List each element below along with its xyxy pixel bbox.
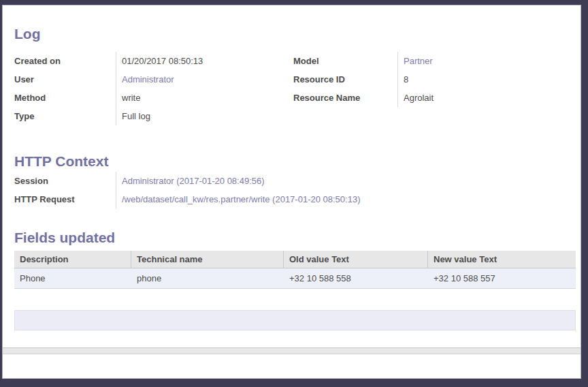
field-row-http-request: HTTP Request /web/dataset/call_kw/res.pa… bbox=[14, 190, 360, 208]
field-value-resource-id: 8 bbox=[398, 74, 408, 84]
log-fieldgroup-left: Created on 01/20/2017 08:50:13 User Admi… bbox=[14, 52, 203, 125]
screenshot-root: { "colors": { "background": "#3e3c55", "… bbox=[0, 0, 588, 387]
field-label-model: Model bbox=[293, 52, 398, 70]
section-title-fields-updated: Fields updated bbox=[14, 230, 115, 245]
field-row-resource-name: Resource Name Agrolait bbox=[293, 89, 434, 107]
section-title-log: Log bbox=[14, 27, 40, 42]
column-header-old-value[interactable]: Old value Text bbox=[284, 251, 428, 268]
column-header-technical-name[interactable]: Technical name bbox=[131, 251, 284, 268]
http-context-fieldgroup: Session Administrator (2017-01-20 08:49:… bbox=[14, 172, 360, 208]
field-row-user: User Administrator bbox=[14, 70, 203, 89]
field-label-http-request: HTTP Request bbox=[14, 190, 116, 208]
field-value-resource-name: Agrolait bbox=[398, 93, 434, 103]
field-label-resource-id: Resource ID bbox=[293, 70, 398, 89]
field-label-user: User bbox=[14, 70, 116, 89]
session-link[interactable]: Administrator (2017-01-20 08:49:56) bbox=[122, 176, 265, 186]
fields-updated-table: Description Technical name Old value Tex… bbox=[14, 251, 576, 289]
field-label-type: Type bbox=[14, 107, 116, 125]
section-title-http-context: HTTP Context bbox=[14, 154, 108, 169]
field-value-method: write bbox=[116, 93, 140, 103]
field-row-model: Model Partner bbox=[293, 52, 434, 70]
cell-new-value: +32 10 588 557 bbox=[428, 273, 576, 283]
column-header-new-value[interactable]: New value Text bbox=[428, 251, 576, 268]
field-label-created-on: Created on bbox=[14, 52, 116, 70]
cell-technical-name: phone bbox=[131, 273, 284, 283]
empty-section-band bbox=[14, 310, 576, 330]
field-label-resource-name: Resource Name bbox=[293, 89, 398, 107]
field-row-resource-id: Resource ID 8 bbox=[293, 70, 434, 89]
field-row-session: Session Administrator (2017-01-20 08:49:… bbox=[14, 172, 360, 190]
user-link[interactable]: Administrator bbox=[122, 74, 174, 84]
field-row-method: Method write bbox=[14, 89, 203, 107]
footer-divider-strip bbox=[3, 347, 581, 354]
table-row[interactable]: Phone phone +32 10 588 558 +32 10 588 55… bbox=[14, 268, 576, 289]
field-label-session: Session bbox=[14, 172, 116, 190]
model-link[interactable]: Partner bbox=[404, 56, 433, 66]
field-row-created-on: Created on 01/20/2017 08:50:13 bbox=[14, 52, 203, 70]
table-header-row: Description Technical name Old value Tex… bbox=[14, 251, 576, 268]
field-value-created-on: 01/20/2017 08:50:13 bbox=[116, 56, 203, 66]
column-header-description[interactable]: Description bbox=[14, 251, 131, 268]
cell-description: Phone bbox=[14, 273, 131, 283]
field-row-type: Type Full log bbox=[14, 107, 203, 125]
field-label-method: Method bbox=[14, 89, 116, 107]
http-request-link[interactable]: /web/dataset/call_kw/res.partner/write (… bbox=[122, 194, 360, 204]
log-fieldgroup-right: Model Partner Resource ID 8 Resource Nam… bbox=[293, 52, 434, 107]
field-value-type: Full log bbox=[116, 111, 150, 121]
log-form-panel: Log Created on 01/20/2017 08:50:13 User … bbox=[2, 5, 581, 379]
cell-old-value: +32 10 588 558 bbox=[284, 273, 428, 283]
